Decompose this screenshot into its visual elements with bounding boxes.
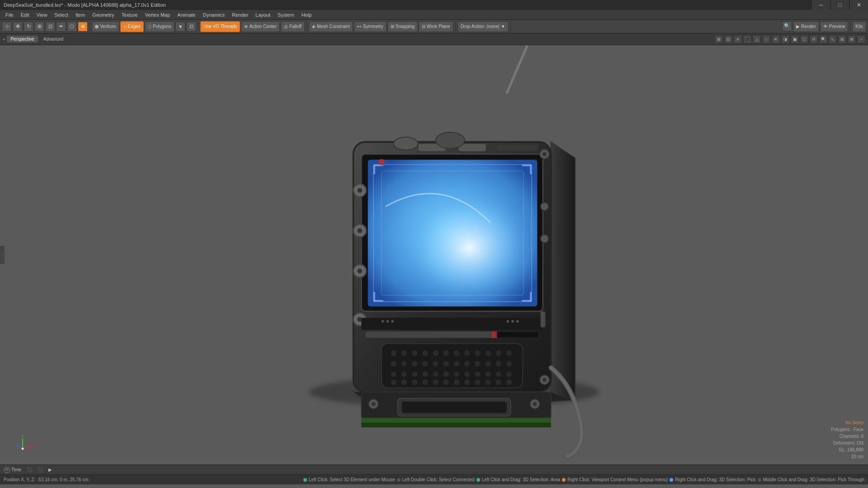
symmetry-label: Symmetry bbox=[363, 24, 383, 29]
play-btn[interactable]: ▶ bbox=[47, 467, 54, 472]
vp-icon-shade[interactable]: ◑ bbox=[781, 35, 789, 43]
time-item[interactable]: ⏱ Time bbox=[2, 467, 23, 473]
menu-system[interactable]: System bbox=[274, 11, 298, 19]
status-hints: Left Click: Select 3D Element under Mous… bbox=[303, 477, 864, 482]
edges-label: Edges bbox=[128, 24, 141, 29]
action-center-button[interactable]: ⊕ Action Center bbox=[241, 21, 280, 32]
svg-point-69 bbox=[496, 380, 501, 385]
vp-icon-lines[interactable]: ≡ bbox=[734, 35, 742, 43]
statusbar: Position X, Y, Z: -53.16 cm, 0 m, 25.76 … bbox=[0, 474, 868, 484]
vp-icon-settings[interactable]: ⚙ bbox=[848, 35, 856, 43]
falloff-label: Falloff bbox=[289, 24, 302, 29]
viewport-canvas[interactable]: ‹ bbox=[0, 45, 868, 465]
falloff-button[interactable]: ◎ Falloff bbox=[281, 21, 305, 32]
snap-tool-icon[interactable]: ⊕ bbox=[78, 22, 88, 32]
snapping-button[interactable]: ⊞ Snapping bbox=[387, 21, 418, 32]
scale-tool-icon[interactable]: ⊞ bbox=[34, 22, 44, 32]
menu-select[interactable]: Select bbox=[51, 11, 72, 19]
bolt-right-1 bbox=[541, 202, 549, 211]
more-modes-icon[interactable]: ▼ bbox=[175, 22, 185, 32]
rotate-tool-icon[interactable]: ↻ bbox=[24, 22, 33, 32]
vp-icon-sphere[interactable]: ○ bbox=[762, 35, 770, 43]
vp-icon-render-mode[interactable]: ▣ bbox=[791, 35, 799, 43]
use-vo-threads-button[interactable]: Use VO Threads bbox=[200, 21, 240, 32]
viewport-icon-bar: ⊞ ⊡ ≡ ⬛ △ ○ ✕ ◑ ▣ ⬡ ↺ 🔍 ⤡ ⊞ ⚙ › bbox=[715, 35, 865, 43]
left-drag-dot bbox=[476, 478, 480, 482]
right-drag-hint: Right Click and Drag: 3D Selection: Pick bbox=[675, 477, 755, 482]
main-toolbar: ⊹ ✥ ↻ ⊞ ⊡ ✒ ⬡ ⊕ Vertices ◇ Edges ⬡ Polyg… bbox=[0, 20, 868, 33]
svg-point-30 bbox=[464, 350, 470, 356]
menu-layout[interactable]: Layout bbox=[252, 11, 274, 19]
svg-point-55 bbox=[475, 371, 480, 377]
snapping-label: Snapping bbox=[396, 24, 415, 29]
menu-file[interactable]: File bbox=[2, 11, 17, 19]
vp-icon-triangle[interactable]: △ bbox=[753, 35, 761, 43]
menu-view[interactable]: View bbox=[33, 11, 51, 19]
svg-point-36 bbox=[401, 361, 407, 366]
vp-icon-zoom[interactable]: 🔍 bbox=[819, 35, 827, 43]
brush-tool-icon[interactable]: ⬡ bbox=[67, 22, 77, 32]
mesh-constraint-button[interactable]: ◈ Mesh Constraint bbox=[309, 21, 353, 32]
symmetry-button[interactable]: ⊷ Symmetry bbox=[354, 21, 387, 32]
vp-icon-arrow[interactable]: › bbox=[857, 35, 865, 43]
drop-action-label: Drop Action: (none) bbox=[461, 24, 500, 29]
keyframe-btn[interactable]: ⬛ bbox=[25, 467, 34, 472]
menu-edit[interactable]: Edit bbox=[17, 11, 33, 19]
menu-render[interactable]: Render bbox=[228, 11, 252, 19]
svg-point-59 bbox=[391, 380, 396, 385]
svg-point-15 bbox=[357, 268, 362, 273]
vp-icon-env[interactable]: ⬡ bbox=[800, 35, 808, 43]
search-icon[interactable]: 🔍 bbox=[782, 21, 792, 31]
vp-icon-fit[interactable]: ⤡ bbox=[829, 35, 837, 43]
svg-point-26 bbox=[422, 350, 428, 356]
svg-point-63 bbox=[433, 380, 438, 385]
time-icon: ⏱ bbox=[4, 467, 10, 473]
transform-tool-icon[interactable]: ⊡ bbox=[45, 22, 55, 32]
vp-icon-refresh[interactable]: ↺ bbox=[810, 35, 818, 43]
tab-perspective[interactable]: Perspective bbox=[7, 36, 38, 42]
left-panel-arrow[interactable]: ‹ bbox=[0, 246, 5, 264]
play-icon: ▶ bbox=[48, 467, 52, 472]
work-plane-button[interactable]: ⊟ Work Plane bbox=[419, 21, 453, 32]
vertices-button[interactable]: Vertices bbox=[92, 21, 119, 32]
deformers-info: Deformers: ON bbox=[831, 440, 863, 446]
drop-action-button[interactable]: Drop Action: (none) ▼ bbox=[458, 21, 509, 32]
side-button bbox=[541, 311, 546, 328]
menu-animate[interactable]: Animate bbox=[174, 11, 199, 19]
snapping-icon: ⊞ bbox=[391, 24, 394, 29]
svg-rect-19 bbox=[391, 320, 393, 323]
record-btn[interactable]: ⬛ bbox=[36, 467, 45, 472]
titlebar: DeepSeaSuit_bundled.lxo* - Modo [ALPHA 1… bbox=[0, 0, 868, 10]
progress-section bbox=[361, 318, 543, 330]
mode-icon-2[interactable]: ⊡ bbox=[186, 22, 196, 32]
menu-vertexmap[interactable]: Vertex Map bbox=[142, 11, 174, 19]
select-tool-icon[interactable]: ⊹ bbox=[2, 22, 12, 32]
vp-icon-x[interactable]: ✕ bbox=[772, 35, 780, 43]
tab-advanced[interactable]: Advanced bbox=[40, 36, 67, 42]
menu-texture[interactable]: Texture bbox=[118, 11, 142, 19]
menu-geometry[interactable]: Geometry bbox=[89, 11, 118, 19]
middle-drag-dot bbox=[758, 478, 761, 482]
vp-icon-grid[interactable]: ⊞ bbox=[715, 35, 723, 43]
menu-help[interactable]: Help bbox=[298, 11, 316, 19]
edges-button[interactable]: ◇ Edges bbox=[120, 21, 144, 32]
kits-button[interactable]: Kits bbox=[852, 21, 866, 32]
menubar: File Edit View Select Item Geometry Text… bbox=[0, 10, 868, 20]
svg-point-50 bbox=[422, 371, 428, 377]
menu-dynamics[interactable]: Dynamics bbox=[199, 11, 228, 19]
maximize-button[interactable]: □ bbox=[831, 0, 849, 10]
separator-1 bbox=[90, 22, 90, 32]
preview-button[interactable]: 👁 Preview bbox=[820, 21, 849, 32]
move-tool-icon[interactable]: ✥ bbox=[13, 22, 23, 32]
menu-item[interactable]: Item bbox=[72, 11, 89, 19]
polygons-button[interactable]: ⬡ Polygons bbox=[145, 21, 175, 32]
minimize-button[interactable]: ─ bbox=[812, 0, 830, 10]
vp-icon-dots[interactable]: ⊡ bbox=[724, 35, 732, 43]
green-strip-1 bbox=[361, 418, 551, 422]
render-button[interactable]: ▶ Render bbox=[793, 21, 819, 32]
close-button[interactable]: ✕ bbox=[850, 0, 868, 10]
drop-action-chevron: ▼ bbox=[501, 24, 505, 29]
vp-icon-expand[interactable]: ⊞ bbox=[838, 35, 846, 43]
pen-tool-icon[interactable]: ✒ bbox=[56, 22, 66, 32]
vp-icon-camera[interactable]: ⬛ bbox=[743, 35, 751, 43]
